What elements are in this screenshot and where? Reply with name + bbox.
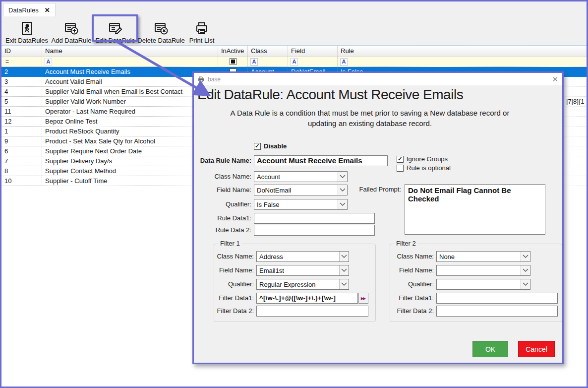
filter2-field-dropdown[interactable] xyxy=(436,265,530,276)
chevron-down-icon[interactable] xyxy=(339,279,349,289)
cell-id: 7 xyxy=(1,156,42,166)
chevron-down-icon[interactable] xyxy=(338,172,347,182)
class-name-dropdown[interactable]: Account xyxy=(254,171,348,182)
ok-button[interactable]: OK xyxy=(472,341,508,357)
description-line2: updating an existing database record. xyxy=(209,118,531,129)
delete-datarule-button[interactable]: Delete DataRule xyxy=(138,17,184,44)
add-datarule-button[interactable]: Add DataRule xyxy=(51,17,92,44)
cell-name: Operator - Last Name Required xyxy=(42,107,218,116)
cell-name: Bepoz Online Test xyxy=(42,117,218,126)
tab-datarules[interactable]: DataRules ✕ xyxy=(3,3,56,16)
dialog-heading: Edit DataRule: Account Must Receive Emai… xyxy=(197,87,463,103)
chevron-down-icon[interactable] xyxy=(521,252,530,261)
filter2-data1-label: Filter Data1: xyxy=(390,293,434,304)
print-list-button[interactable]: Print List xyxy=(187,17,217,44)
toolbar-button-label: Exit DataRules xyxy=(5,37,48,44)
chevron-down-icon[interactable] xyxy=(521,265,530,275)
add-icon xyxy=(64,21,79,36)
ignore-groups-option[interactable]: Ignore Groups xyxy=(397,155,448,163)
filter-name-cell[interactable]: A xyxy=(42,57,218,66)
filter2-class-dropdown[interactable]: None xyxy=(436,251,530,262)
data-rule-name-input[interactable]: Account Must Receive Emails xyxy=(254,155,388,166)
filter1-data1-input[interactable]: ^[\w-\.]+@([\w-]+\.)+[\w-] xyxy=(256,293,358,304)
class-name-label: Class Name: xyxy=(194,171,251,182)
toolbar: Exit DataRules Add DataRule Edit DataRul… xyxy=(1,16,587,45)
cell-name: Supplier Contact Method xyxy=(42,166,218,176)
filter2-qualifier-dropdown[interactable] xyxy=(436,279,530,290)
filter-inactive-cell[interactable] xyxy=(218,57,248,66)
edit-datarule-dialog: base ✕ Edit DataRule: Account Must Recei… xyxy=(192,71,564,364)
cell-id: 6 xyxy=(1,146,42,156)
toolbar-button-label: Add DataRule xyxy=(52,37,92,44)
cell-id: 5 xyxy=(1,97,42,106)
failed-prompt-textarea[interactable]: Do Not Email Flag Cannot Be Checked xyxy=(405,184,545,235)
cancel-button[interactable]: Cancel xyxy=(518,341,555,357)
filter1-class-dropdown[interactable]: Address xyxy=(256,251,349,262)
rule-data2-label: Rule Data 2: xyxy=(194,225,251,236)
disable-option[interactable]: Disable xyxy=(254,142,287,150)
column-header-name[interactable]: Name xyxy=(42,46,218,56)
text-filter-icon[interactable]: A xyxy=(250,58,258,65)
toolbar-button-label: Delete DataRule xyxy=(137,37,184,44)
edit-icon xyxy=(108,21,123,36)
cell-name: Supplier Valid Email when Email is Best … xyxy=(42,87,218,96)
chevron-down-icon[interactable] xyxy=(338,185,347,195)
grid-header-row: ID Name InActive Class Field Rule xyxy=(1,45,588,57)
text-filter-icon[interactable]: A xyxy=(45,58,52,65)
filter2-data2-input[interactable] xyxy=(436,306,558,317)
expand-regex-button[interactable]: ▶▶ xyxy=(358,293,368,304)
filter2-qualifier-label: Qualifier: xyxy=(390,279,434,290)
text-filter-icon[interactable]: A xyxy=(340,58,348,65)
column-header-rule[interactable]: Rule xyxy=(338,46,588,56)
chevron-down-icon[interactable] xyxy=(339,252,349,261)
filter1-data2-label: Filter Data 2: xyxy=(214,306,254,317)
delete-icon xyxy=(154,21,169,36)
filter-rule-cell[interactable]: A xyxy=(338,57,588,66)
rule-data2-input[interactable] xyxy=(254,225,375,236)
column-header-field[interactable]: Field xyxy=(288,46,338,56)
field-name-value: DoNotEmail xyxy=(254,187,338,194)
rule-optional-option[interactable]: Rule is optional xyxy=(397,164,451,172)
qualifier-dropdown[interactable]: Is False xyxy=(254,199,348,210)
cell-name: Product ReStock Quantity xyxy=(42,127,218,136)
text-filter-icon[interactable]: A xyxy=(291,58,298,65)
exit-icon xyxy=(19,21,34,36)
rule-data1-input[interactable] xyxy=(254,213,375,224)
cell-id: 1 xyxy=(1,127,42,136)
field-name-dropdown[interactable]: DoNotEmail xyxy=(254,185,348,195)
chevron-down-icon[interactable] xyxy=(338,199,347,209)
filter1-qualifier-value: Regular Expression xyxy=(257,281,339,288)
filter1-data2-input[interactable] xyxy=(256,306,368,317)
dialog-close-icon[interactable]: ✕ xyxy=(552,75,558,84)
tab-label: DataRules xyxy=(8,6,39,14)
filter-field-cell[interactable]: A xyxy=(288,57,338,66)
filter1-field-dropdown[interactable]: Email1st xyxy=(256,265,349,276)
class-name-value: Account xyxy=(254,173,338,181)
filter2-class-label: Class Name: xyxy=(390,251,434,262)
column-header-id[interactable]: ID xyxy=(1,46,42,56)
toolbar-button-label: Print List xyxy=(189,37,215,44)
chevron-down-icon[interactable] xyxy=(521,279,530,289)
tab-close-icon[interactable]: ✕ xyxy=(45,6,50,14)
print-icon xyxy=(194,21,209,36)
rule-optional-checkbox[interactable] xyxy=(397,165,404,172)
dialog-titlebar[interactable]: base ✕ xyxy=(194,73,562,85)
filter-id-cell[interactable]: = xyxy=(1,57,42,66)
filter-class-cell[interactable]: A xyxy=(248,57,288,66)
cell-id: 8 xyxy=(1,166,42,176)
chevron-down-icon[interactable] xyxy=(339,265,349,275)
ignore-groups-checkbox[interactable] xyxy=(397,156,404,163)
exit-datarules-button[interactable]: Exit DataRules xyxy=(5,17,48,44)
filter1-title: Filter 1 xyxy=(218,240,242,247)
column-header-inactive[interactable]: InActive xyxy=(218,46,248,56)
filter2-data1-input[interactable] xyxy=(436,293,558,304)
inactive-filter-checkbox[interactable] xyxy=(230,58,236,65)
cell-id: 2 xyxy=(1,67,42,76)
cell-name: Supplier Valid Work Number xyxy=(42,97,218,106)
filter1-field-value: Email1st xyxy=(257,267,339,274)
edit-datarule-button[interactable]: Edit DataRule xyxy=(94,17,136,44)
disable-checkbox[interactable] xyxy=(254,143,261,150)
equals-operator[interactable]: = xyxy=(4,58,9,65)
column-header-class[interactable]: Class xyxy=(248,46,288,56)
filter1-qualifier-dropdown[interactable]: Regular Expression xyxy=(256,279,349,290)
